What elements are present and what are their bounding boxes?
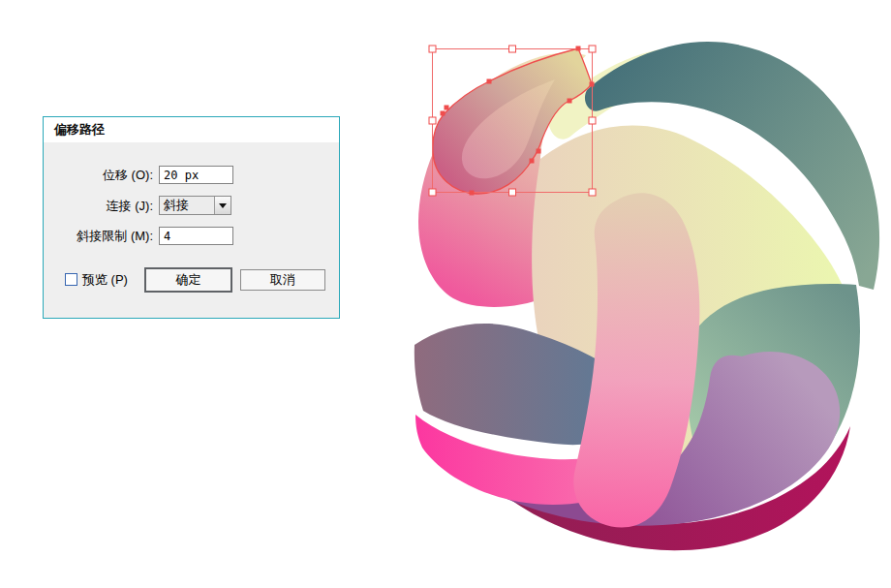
offset-label: 位移 (O): bbox=[44, 166, 153, 184]
offset-path-dialog: 偏移路径 位移 (O): 连接 (J): 斜接 斜接限制 (M): 预览 (P)… bbox=[43, 116, 340, 319]
preview-label: 预览 (P) bbox=[82, 272, 128, 287]
miter-limit-input[interactable] bbox=[159, 227, 233, 245]
chevron-down-icon bbox=[219, 203, 227, 208]
join-dropdown[interactable]: 斜接 bbox=[159, 196, 231, 215]
join-label: 连接 (J): bbox=[44, 197, 153, 215]
offset-input[interactable] bbox=[159, 166, 233, 184]
dropdown-button[interactable] bbox=[214, 197, 230, 214]
cancel-button[interactable]: 取消 bbox=[240, 269, 325, 291]
join-selected-value: 斜接 bbox=[160, 197, 214, 214]
miter-limit-label: 斜接限制 (M): bbox=[44, 227, 153, 245]
ok-button[interactable]: 确定 bbox=[144, 267, 232, 293]
dialog-title[interactable]: 偏移路径 bbox=[44, 117, 339, 142]
illustrator-canvas: { "dialog": { "title": "偏移路径", "offset_l… bbox=[0, 0, 891, 588]
preview-checkbox[interactable] bbox=[65, 273, 77, 286]
